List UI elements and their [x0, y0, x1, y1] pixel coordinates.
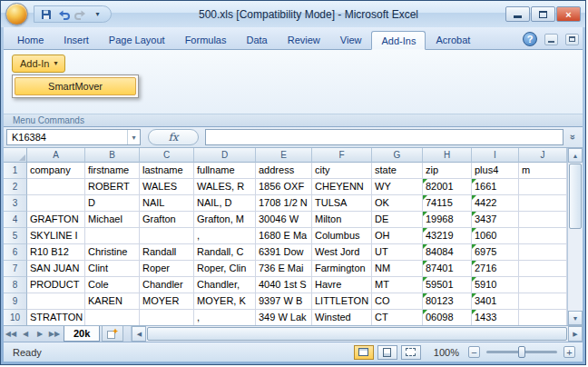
cell-A10[interactable]: STRATTON — [27, 310, 85, 325]
cell-C9[interactable]: MOYER — [140, 293, 194, 310]
cell-F2[interactable]: CHEYENN — [312, 179, 372, 195]
scroll-right-icon[interactable]: ▶ — [568, 326, 583, 342]
add-in-menu-button[interactable]: Add-In ▾ — [12, 55, 65, 73]
column-header-j[interactable]: J — [519, 148, 567, 163]
column-header-c[interactable]: C — [140, 148, 194, 163]
cell-J10[interactable] — [519, 310, 567, 325]
horizontal-scroll-thumb[interactable] — [147, 327, 567, 341]
cell-C4[interactable]: Grafton — [140, 212, 194, 228]
cell-I6[interactable]: 6975 — [472, 244, 519, 261]
cell-H6[interactable]: 84084 — [423, 244, 472, 261]
cell-A8[interactable]: PRODUCT — [27, 277, 85, 293]
zoom-slider[interactable] — [486, 351, 557, 353]
cell-I2[interactable]: 1661 — [472, 179, 519, 195]
cell-B8[interactable]: Cole — [85, 277, 140, 293]
cell-I9[interactable]: 3401 — [472, 293, 519, 310]
cell-I5[interactable]: 1060 — [472, 228, 519, 244]
name-box-dropdown-icon[interactable]: ▾ — [127, 130, 140, 144]
cell-G8[interactable]: MT — [372, 277, 423, 293]
undo-icon[interactable] — [55, 7, 71, 22]
zoom-level[interactable]: 100% — [434, 347, 459, 358]
cell-C2[interactable]: WALES — [140, 179, 194, 195]
cell-B10[interactable] — [85, 310, 140, 325]
cell-H2[interactable]: 82001 — [423, 179, 472, 195]
cell-A5[interactable]: SKYLINE I — [27, 228, 85, 244]
tab-acrobat[interactable]: Acrobat — [426, 30, 480, 49]
cell-J9[interactable] — [519, 293, 567, 310]
cell-F3[interactable]: TULSA — [312, 195, 372, 212]
column-header-a[interactable]: A — [27, 148, 85, 163]
cell-E10[interactable]: 349 W Lak — [256, 310, 312, 325]
workbook-minimize-icon[interactable] — [544, 34, 558, 45]
maximize-button[interactable] — [531, 6, 555, 22]
cell-E8[interactable]: 4040 1st S — [256, 277, 312, 293]
column-header-g[interactable]: G — [372, 148, 423, 163]
normal-view-button[interactable] — [354, 345, 374, 360]
cell-D7[interactable]: Roper, Clin — [194, 261, 256, 277]
cell-J1[interactable]: m — [519, 163, 567, 179]
column-header-i[interactable]: I — [472, 148, 519, 163]
cell-C3[interactable]: NAIL — [140, 195, 194, 212]
help-icon[interactable]: ? — [523, 32, 537, 46]
cell-D4[interactable]: Grafton, M — [194, 212, 256, 228]
scroll-left-icon[interactable]: ◀ — [132, 326, 146, 342]
cell-H9[interactable]: 80123 — [423, 293, 472, 310]
cell-C10[interactable] — [140, 310, 194, 325]
scroll-down-icon[interactable]: ▼ — [568, 311, 583, 325]
minimize-button[interactable] — [505, 6, 530, 22]
cell-F7[interactable]: Farmington — [312, 261, 372, 277]
formula-input[interactable] — [205, 129, 564, 145]
row-header-5[interactable]: 5 — [4, 228, 27, 244]
cell-G5[interactable]: OH — [372, 228, 423, 244]
insert-worksheet-button[interactable] — [102, 326, 123, 342]
cell-E4[interactable]: 30046 W — [256, 212, 312, 228]
cell-E6[interactable]: 6391 Dow — [256, 244, 312, 261]
cell-I4[interactable]: 3437 — [472, 212, 519, 228]
zoom-in-button[interactable]: + — [564, 346, 575, 358]
row-header-7[interactable]: 7 — [4, 261, 27, 277]
cell-J8[interactable] — [519, 277, 567, 293]
cell-J6[interactable] — [519, 244, 567, 261]
cell-E3[interactable]: 1708 1/2 N — [256, 195, 312, 212]
cell-G6[interactable]: UT — [372, 244, 423, 261]
cell-C7[interactable]: Roper — [140, 261, 194, 277]
page-layout-view-button[interactable] — [377, 345, 397, 360]
cell-F10[interactable]: Winsted — [312, 310, 372, 325]
menu-item-smartmover[interactable]: SmartMover — [15, 77, 136, 95]
tab-data[interactable]: Data — [236, 30, 277, 49]
cell-I1[interactable]: plus4 — [472, 163, 519, 179]
cell-F4[interactable]: Milton — [312, 212, 372, 228]
cell-B4[interactable]: Michael — [85, 212, 140, 228]
cell-A7[interactable]: SAN JUAN — [27, 261, 85, 277]
cell-G4[interactable]: DE — [372, 212, 423, 228]
row-header-4[interactable]: 4 — [4, 212, 27, 228]
expand-formula-bar-button[interactable]: « — [564, 132, 580, 143]
cell-B1[interactable]: firstname — [85, 163, 140, 179]
column-header-d[interactable]: D — [194, 148, 256, 163]
cell-H3[interactable]: 74115 — [423, 195, 472, 212]
cell-D3[interactable]: NAIL, D — [194, 195, 256, 212]
cell-G10[interactable]: CT — [372, 310, 423, 325]
page-break-view-button[interactable] — [401, 345, 421, 360]
cell-F6[interactable]: West Jord — [312, 244, 372, 261]
sheet-tab-20k[interactable]: 20k — [64, 326, 100, 342]
cell-C8[interactable]: Chandler — [140, 277, 194, 293]
cell-A4[interactable]: GRAFTON — [27, 212, 85, 228]
tab-formulas[interactable]: Formulas — [175, 30, 237, 49]
cell-G7[interactable]: NM — [372, 261, 423, 277]
cell-H8[interactable]: 59501 — [423, 277, 472, 293]
cell-A3[interactable] — [27, 195, 85, 212]
cell-H1[interactable]: zip — [423, 163, 472, 179]
cell-D2[interactable]: WALES, R — [194, 179, 256, 195]
close-button[interactable]: × — [556, 6, 581, 22]
cell-E1[interactable]: address — [256, 163, 312, 179]
cell-H10[interactable]: 06098 — [423, 310, 472, 325]
cell-A9[interactable] — [27, 293, 85, 310]
next-sheet-button[interactable]: ▶ — [33, 326, 47, 342]
cell-G1[interactable]: state — [372, 163, 423, 179]
cell-D9[interactable]: MOYER, K — [194, 293, 256, 310]
cell-F8[interactable]: Havre — [312, 277, 372, 293]
cell-C5[interactable] — [140, 228, 194, 244]
vertical-scroll-thumb[interactable] — [569, 164, 582, 229]
cell-C6[interactable]: Randall — [140, 244, 194, 261]
